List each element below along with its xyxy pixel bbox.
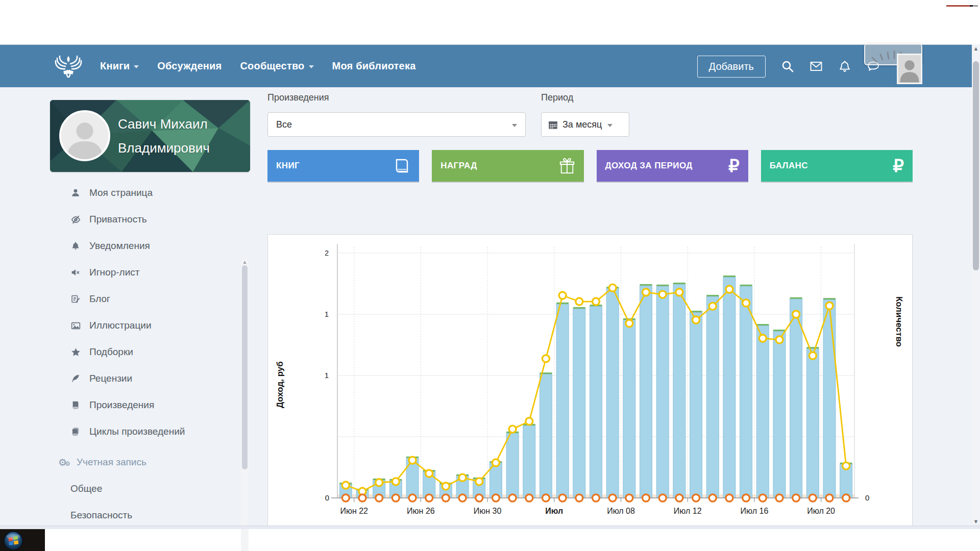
bar-Июл 08[interactable] xyxy=(623,320,635,498)
nav-item-discussions[interactable]: Обсуждения xyxy=(157,60,222,72)
user-avatar[interactable] xyxy=(897,54,922,84)
bar-Июл 12[interactable] xyxy=(690,312,702,498)
quantity-point-Июл 02[interactable] xyxy=(526,494,533,502)
profile-card[interactable]: Савич Михаил Владимирович xyxy=(50,100,250,172)
quantity-point-Июл 12[interactable] xyxy=(693,494,700,502)
bar-Июл 05[interactable] xyxy=(573,309,585,498)
sidebar-item-general[interactable]: Общее xyxy=(50,475,250,502)
income-point-Июл 18[interactable] xyxy=(793,311,800,318)
sidebar-scrollbar[interactable]: ▲ xyxy=(241,259,249,551)
income-point-Июн 25[interactable] xyxy=(409,457,416,464)
quantity-point-Июн 26[interactable] xyxy=(426,494,433,502)
bar-Июл 10[interactable] xyxy=(656,286,669,498)
bar-Июл 14[interactable] xyxy=(723,277,736,498)
income-point-Июл 05[interactable] xyxy=(576,298,583,305)
quantity-point-Июн 25[interactable] xyxy=(409,494,416,502)
windows-start-orb[interactable] xyxy=(2,531,24,551)
income-point-Июн 27[interactable] xyxy=(442,483,449,490)
quantity-point-Июл 01[interactable] xyxy=(509,494,516,502)
stat-card-awards[interactable]: НАГРАД xyxy=(432,150,583,182)
quantity-point-Июл 14[interactable] xyxy=(726,494,733,502)
quantity-point-Июл 06[interactable] xyxy=(593,494,600,502)
phoenix-logo-icon[interactable] xyxy=(54,53,83,80)
stat-card-period-income[interactable]: ДОХОД ЗА ПЕРИОД ₽ xyxy=(597,150,748,182)
income-point-Июл 13[interactable] xyxy=(709,303,716,310)
income-point-Июл 17[interactable] xyxy=(776,336,783,343)
quantity-point-Июн 24[interactable] xyxy=(392,494,399,502)
bar-Июл 04[interactable] xyxy=(556,304,569,498)
income-point-Июл 11[interactable] xyxy=(676,289,683,296)
add-button[interactable]: Добавить xyxy=(697,56,766,78)
page-scrollbar-thumb[interactable] xyxy=(973,61,979,270)
income-point-Июл 04[interactable] xyxy=(559,292,566,299)
income-point-Июн 29[interactable] xyxy=(476,478,483,485)
quantity-point-Июл 17[interactable] xyxy=(776,494,783,502)
quantity-point-Июл 16[interactable] xyxy=(759,494,766,502)
income-point-Июн 24[interactable] xyxy=(392,478,399,485)
quantity-point-Июл 03[interactable] xyxy=(542,494,549,502)
nav-item-my-library[interactable]: Моя библиотека xyxy=(332,60,416,72)
sidebar-item-reviews[interactable]: Рецензии xyxy=(50,365,250,392)
income-point-Июн 23[interactable] xyxy=(376,479,383,486)
sidebar-scrollbar-thumb[interactable] xyxy=(242,265,248,469)
quantity-point-Июн 29[interactable] xyxy=(476,494,483,502)
quantity-point-Июн 23[interactable] xyxy=(376,494,383,502)
bar-Июл 02[interactable] xyxy=(523,425,535,498)
income-point-Июл 06[interactable] xyxy=(593,298,600,305)
quantity-point-Июн 21[interactable] xyxy=(342,494,349,502)
quantity-point-Июл 04[interactable] xyxy=(559,494,566,502)
quantity-point-Июн 27[interactable] xyxy=(442,494,449,502)
quantity-point-Июл 11[interactable] xyxy=(676,494,683,502)
bar-Июл 18[interactable] xyxy=(790,299,802,498)
bar-Июл 07[interactable] xyxy=(606,288,619,498)
quantity-point-Июн 30[interactable] xyxy=(492,494,499,502)
bar-Июл 06[interactable] xyxy=(590,306,602,498)
sidebar-item-ignore-list[interactable]: Игнор-лист xyxy=(50,259,250,286)
quantity-point-Июл 09[interactable] xyxy=(643,494,650,502)
quantity-point-Июн 22[interactable] xyxy=(359,494,366,502)
bar-Июл 19[interactable] xyxy=(806,348,819,498)
sidebar-item-notifications[interactable]: Уведомления xyxy=(50,233,250,259)
bar-Июл 16[interactable] xyxy=(756,325,769,498)
scroll-up-icon[interactable]: ▲ xyxy=(241,259,249,265)
sidebar-item-privacy[interactable]: Приватность xyxy=(50,206,250,233)
income-point-Июл 02[interactable] xyxy=(526,418,533,425)
income-point-Июл 01[interactable] xyxy=(509,425,516,433)
income-point-Июл 15[interactable] xyxy=(743,299,750,307)
nav-item-books[interactable]: Книги xyxy=(100,60,139,72)
mail-icon[interactable] xyxy=(810,60,823,73)
scroll-down-icon[interactable]: ▼ xyxy=(972,517,980,525)
quantity-point-Июн 28[interactable] xyxy=(459,494,466,502)
bar-Июл 09[interactable] xyxy=(640,286,652,498)
income-point-Июл 07[interactable] xyxy=(609,284,616,291)
income-point-Июл 12[interactable] xyxy=(693,316,700,323)
stat-card-balance[interactable]: БАЛАНС ₽ xyxy=(761,150,913,182)
income-point-Июн 21[interactable] xyxy=(342,482,349,489)
stat-card-books[interactable]: КНИГ xyxy=(267,150,419,182)
period-select[interactable]: За месяц xyxy=(541,112,629,137)
income-point-Июн 30[interactable] xyxy=(492,459,499,466)
sidebar-item-work-cycles[interactable]: Циклы произведений xyxy=(50,418,250,445)
bell-icon[interactable] xyxy=(838,60,851,73)
quantity-point-Июл 15[interactable] xyxy=(743,494,750,502)
page-scrollbar[interactable]: ▲ ▼ xyxy=(972,44,980,525)
bar-Июл 01[interactable] xyxy=(506,433,519,498)
income-point-Июл 21[interactable] xyxy=(843,462,850,469)
income-point-Июл 16[interactable] xyxy=(759,335,766,342)
quantity-point-Июл 21[interactable] xyxy=(843,494,850,502)
bar-Июл 20[interactable] xyxy=(823,299,836,498)
bar-Июл 15[interactable] xyxy=(740,286,752,498)
quantity-point-Июл 05[interactable] xyxy=(576,494,583,502)
sidebar-item-works[interactable]: Произведения xyxy=(50,392,250,418)
bar-Июл 03[interactable] xyxy=(540,374,552,498)
sidebar-item-security[interactable]: Безопасность xyxy=(50,502,250,529)
works-select[interactable]: Все xyxy=(267,112,526,137)
sidebar-section-account[interactable]: ⚙⚙ Учетная запись xyxy=(50,449,250,475)
quantity-point-Июл 18[interactable] xyxy=(793,494,800,502)
quantity-point-Июл 07[interactable] xyxy=(609,494,616,502)
bar-Июл 11[interactable] xyxy=(673,284,685,498)
sidebar-item-collections[interactable]: Подборки xyxy=(50,339,250,365)
bar-Июл 13[interactable] xyxy=(706,296,719,498)
income-point-Июн 26[interactable] xyxy=(426,470,433,477)
quantity-point-Июл 19[interactable] xyxy=(809,494,816,502)
